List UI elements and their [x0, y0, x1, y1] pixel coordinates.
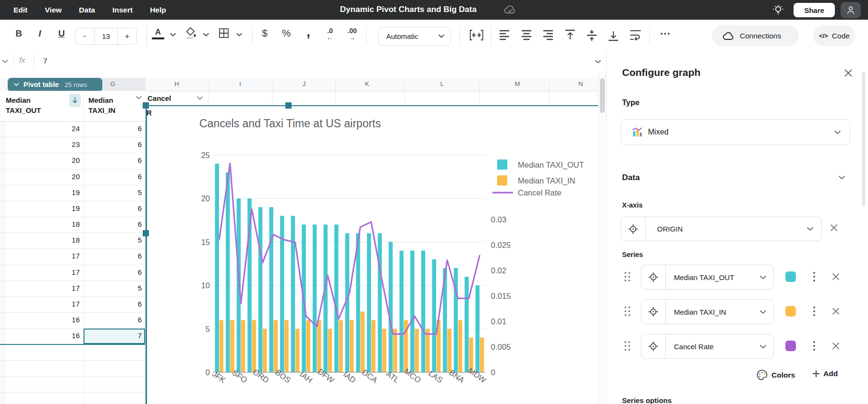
pivot-cell-taxi-out[interactable]: 19 — [0, 188, 80, 198]
data-section-collapse-chevron-icon[interactable] — [838, 175, 845, 180]
connections-button[interactable]: Connections — [712, 25, 799, 46]
column-header-M[interactable]: M — [508, 80, 527, 87]
italic-button[interactable]: I — [33, 28, 47, 39]
pivot-column-header-cancel-rate[interactable]: Cancel — [147, 93, 171, 103]
formula-bar-chevron-icon[interactable] — [2, 60, 8, 63]
menu-item-edit[interactable]: Edit — [13, 6, 27, 14]
align-right-icon[interactable] — [542, 30, 554, 40]
pivot-table-tab[interactable]: Pivot table 25 rows — [8, 78, 102, 91]
pivot-cell-taxi-out[interactable]: 20 — [0, 156, 80, 166]
formula-input[interactable]: 7 — [43, 57, 47, 65]
column-header-G[interactable]: G — [103, 80, 122, 87]
currency-format-button[interactable]: $ — [257, 27, 272, 39]
pivot-cell-taxi-in[interactable]: 6 — [83, 220, 142, 230]
pivot-cell-taxi-in[interactable]: 6 — [83, 268, 142, 278]
pivot-cell-taxi-out[interactable]: 17 — [0, 252, 80, 261]
selected-cell[interactable]: 7 — [84, 329, 145, 344]
drag-handle-icon[interactable] — [624, 340, 631, 352]
avatar[interactable] — [841, 2, 861, 18]
drag-handle-icon[interactable] — [624, 271, 631, 282]
menu-item-view[interactable]: View — [45, 6, 61, 14]
pivot-cell-taxi-in[interactable]: 6 — [83, 140, 142, 150]
percent-format-button[interactable]: % — [279, 27, 293, 39]
column-header-J[interactable]: J — [294, 80, 314, 87]
pivot-cell-taxi-out[interactable]: 17 — [0, 284, 80, 294]
colors-button[interactable]: Colors — [757, 369, 795, 380]
series-field-select[interactable]: Median TAXI_OUT — [641, 265, 774, 290]
code-button[interactable]: </> Code — [813, 25, 856, 46]
series-options-kebab-icon[interactable] — [810, 340, 818, 352]
remove-series-icon[interactable] — [831, 272, 840, 281]
chart-resize-handle[interactable] — [143, 230, 149, 236]
lightbulb-icon[interactable] — [772, 4, 784, 16]
chart-selection-border-top[interactable] — [146, 105, 598, 107]
remove-xaxis-icon[interactable] — [830, 223, 838, 232]
add-series-button[interactable]: Add — [812, 369, 838, 378]
vertical-align-middle-icon[interactable] — [586, 29, 598, 41]
pivot-cell-taxi-in[interactable]: 6 — [83, 300, 142, 309]
remove-series-icon[interactable] — [831, 307, 840, 316]
increase-decimal-button[interactable]: .00→ — [344, 27, 360, 41]
formula-bar-expand-chevron-icon[interactable] — [595, 60, 601, 64]
font-size-decrease-button[interactable]: - — [75, 31, 94, 41]
comma-format-button[interactable]: , — [301, 24, 316, 40]
chart-selection-border-left[interactable] — [146, 105, 147, 404]
pivot-cell-taxi-in[interactable]: 5 — [83, 188, 142, 198]
pivot-cell-taxi-out[interactable]: 16 — [0, 331, 80, 341]
chart-object[interactable]: 051015202500.0050.010.0150.020.0250.03Ca… — [147, 106, 598, 404]
series-color-swatch[interactable] — [785, 306, 796, 317]
chart-resize-handle[interactable] — [143, 102, 149, 109]
xaxis-field-select[interactable]: ORIGIN — [621, 217, 822, 241]
vertical-align-bottom-icon[interactable] — [608, 29, 619, 41]
sort-descending-icon[interactable] — [69, 94, 81, 107]
borders-icon[interactable] — [218, 27, 230, 39]
pivot-cell-taxi-in[interactable]: 6 — [83, 156, 142, 166]
pivot-cell-taxi-out[interactable]: 23 — [0, 140, 80, 150]
font-size-input[interactable]: 13 — [94, 28, 118, 44]
series-options-kebab-icon[interactable] — [810, 306, 818, 317]
menu-item-data[interactable]: Data — [79, 6, 95, 14]
font-size-increase-button[interactable]: + — [118, 32, 136, 41]
pivot-column-header-taxi-in[interactable]: MedianTAXI_IN — [83, 91, 146, 122]
text-wrap-icon[interactable] — [629, 30, 642, 40]
pivot-cell-taxi-out[interactable]: 18 — [0, 236, 80, 245]
borders-dropdown-chevron-icon[interactable] — [236, 33, 243, 37]
number-format-select[interactable]: Automatic — [378, 27, 451, 46]
chart-resize-handle[interactable] — [285, 102, 292, 109]
pivot-cell-taxi-in[interactable]: 6 — [83, 316, 142, 325]
pivot-cell-taxi-in[interactable]: 5 — [83, 284, 142, 294]
merge-cells-icon[interactable] — [469, 28, 484, 42]
pivot-cell-taxi-in[interactable]: 6 — [83, 172, 142, 182]
column-header-K[interactable]: K — [357, 80, 377, 87]
pivot-cell-taxi-out[interactable]: 16 — [0, 316, 80, 325]
pivot-cell-taxi-in[interactable]: 6 — [83, 252, 142, 261]
pivot-cell-taxi-in[interactable]: 6 — [83, 124, 142, 134]
series-color-swatch[interactable] — [785, 271, 796, 282]
mixed-chart[interactable]: 051015202500.0050.010.0150.020.0250.03Ca… — [147, 106, 598, 404]
pivot-cell-taxi-out[interactable]: 19 — [0, 204, 80, 214]
pivot-cell-taxi-out[interactable]: 18 — [0, 220, 80, 230]
chart-type-select[interactable]: Mixed — [621, 119, 850, 145]
share-button[interactable]: Share — [794, 3, 835, 17]
decrease-decimal-button[interactable]: .0← — [322, 27, 338, 41]
more-tools-button[interactable]: ⋯ — [657, 27, 673, 40]
align-center-icon[interactable] — [521, 30, 532, 40]
series-field-select[interactable]: Cancel Rate — [641, 334, 774, 359]
header-dropdown-chevron-icon[interactable] — [196, 96, 203, 100]
sheet-scrollbar[interactable] — [598, 71, 606, 404]
header-dropdown-chevron-icon[interactable] — [135, 96, 142, 100]
pivot-cell-taxi-out[interactable]: 24 — [0, 124, 80, 134]
pivot-cell-taxi-out[interactable]: 17 — [0, 300, 80, 309]
pivot-cell-taxi-in[interactable]: 6 — [83, 204, 142, 214]
remove-series-icon[interactable] — [831, 342, 840, 350]
menu-item-help[interactable]: Help — [150, 6, 166, 14]
align-left-icon[interactable] — [499, 30, 510, 40]
bold-button[interactable]: B — [12, 28, 26, 39]
series-color-swatch[interactable] — [785, 341, 796, 351]
text-color-dropdown-chevron-icon[interactable] — [170, 33, 176, 37]
pivot-cell-taxi-in[interactable]: 5 — [83, 236, 142, 245]
close-panel-icon[interactable] — [844, 69, 853, 77]
column-header-H[interactable]: H — [167, 80, 186, 87]
text-color-icon[interactable]: A — [152, 27, 164, 39]
series-field-select[interactable]: Median TAXI_IN — [641, 299, 774, 324]
